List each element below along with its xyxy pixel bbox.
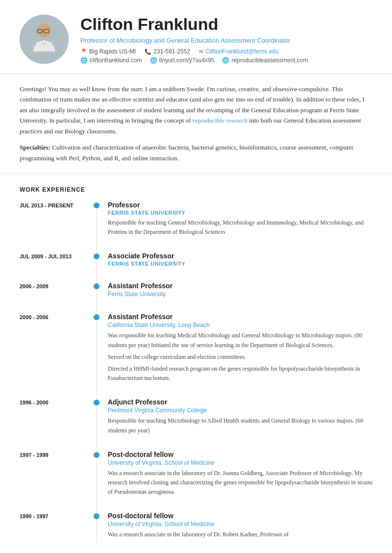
page: Clifton Franklund Professor of Microbiol… xyxy=(0,0,392,553)
reproducible-research-link[interactable]: reproducible research xyxy=(193,117,247,124)
header-info: Clifton Franklund Professor of Microbiol… xyxy=(80,15,372,64)
work-job-title: Post-doctoral fellow xyxy=(108,512,377,520)
work-text: ProfessorFERRIS STATE UNIVERSITYResponsi… xyxy=(108,201,377,239)
work-description: Served on the college curriculum and ele… xyxy=(108,352,377,362)
work-description: Was a research associate in the laborato… xyxy=(108,530,377,539)
globe-icon-1: 🌐 xyxy=(80,57,88,64)
work-description: Responsible for teaching Microbiology to… xyxy=(108,416,377,435)
work-entry: 1996 - 2000Adjunct ProfessorPiedmont Vir… xyxy=(0,398,392,437)
work-date: 1996 - 2000 xyxy=(0,398,93,437)
work-content-wrapper: Adjunct ProfessorPiedmont Virginia Commu… xyxy=(93,398,392,437)
summary-paragraph: Greetings! You may as well know from the… xyxy=(20,84,372,136)
location-icon: 📍 xyxy=(80,49,87,55)
avatar xyxy=(20,15,69,64)
work-dot-col xyxy=(93,451,100,500)
email-text: CliftonFranklund@ferris.edu xyxy=(205,48,279,55)
timeline-line xyxy=(97,451,97,512)
work-description: Responsible for teaching General Microbi… xyxy=(108,218,377,237)
work-employer: University of Virginia, School of Medici… xyxy=(108,459,377,466)
location-item: 📍 Big Rapids US-MI xyxy=(80,48,136,55)
work-date: 1997 - 1999 xyxy=(0,451,93,500)
specialties-label: Specialties: xyxy=(20,144,50,151)
timeline-dot xyxy=(94,513,99,519)
job-title: Professor of Microbiology and General Ed… xyxy=(80,37,372,44)
globe-icon-3: 🌐 xyxy=(222,57,229,64)
work-heading-area: WORK EXPERIENCE xyxy=(0,174,392,193)
website-2-text: tinyurl.com/y7su4x95 xyxy=(159,57,215,64)
work-job-title: Assistant Professor xyxy=(108,313,377,321)
work-job-title: Post-doctoral fellow xyxy=(108,451,377,458)
work-dot-col xyxy=(93,282,100,300)
work-text: Post-doctoral fellowUniversity of Virgin… xyxy=(108,451,377,500)
work-employer: Ferris State University xyxy=(108,291,377,298)
work-content-wrapper: Assistant ProfessorFerris State Universi… xyxy=(93,282,392,300)
work-description: Directed a HHMI-funded research program … xyxy=(108,364,377,383)
work-employer: Piedmont Virginia Community College xyxy=(108,407,377,414)
work-date: 2006 - 2009 xyxy=(0,282,93,300)
work-employer: FERRIS STATE UNIVERSITY xyxy=(108,210,377,216)
location-text: Big Rapids US-MI xyxy=(89,48,136,55)
summary-section: Greetings! You may as well know from the… xyxy=(0,74,392,174)
work-text: Assistant ProfessorCalifornia State Univ… xyxy=(108,313,377,385)
specialties-paragraph: Specialties: Cultivation and characteriz… xyxy=(20,142,372,163)
phone-icon: 📞 xyxy=(145,49,151,55)
work-dot-col xyxy=(93,512,100,542)
timeline-dot xyxy=(94,283,99,289)
work-date: JUL 2009 - JUL 2013 xyxy=(0,252,93,269)
work-description: Was responsible for teaching Medical Mic… xyxy=(108,331,377,350)
work-employer: University of Virginia, School of Medici… xyxy=(108,521,377,528)
work-job-title: Assistant Professor xyxy=(108,282,377,290)
work-date: JUL 2013 - PRESENT xyxy=(0,201,93,239)
work-dot-col xyxy=(93,201,100,239)
website-2[interactable]: 🌐 tinyurl.com/y7su4x95 xyxy=(150,57,215,64)
work-section-heading: WORK EXPERIENCE xyxy=(20,186,392,193)
work-dot-col xyxy=(93,313,100,385)
contact-row: 📍 Big Rapids US-MI 📞 231-591-2552 ✉ Clif… xyxy=(80,48,372,55)
header-section: Clifton Franklund Professor of Microbiol… xyxy=(0,0,392,74)
work-job-title: Adjunct Professor xyxy=(108,398,377,406)
phone-item: 📞 231-591-2552 xyxy=(145,48,190,55)
website-1-text: cliftonfranklund.com xyxy=(90,57,142,64)
website-3[interactable]: 🌐 reproducibleassessment.com xyxy=(222,57,308,64)
work-entries-container: JUL 2013 - PRESENTProfessorFERRIS STATE … xyxy=(0,193,392,542)
svg-point-0 xyxy=(20,15,69,64)
work-date: 1990 - 1997 xyxy=(0,512,93,542)
work-content-wrapper: ProfessorFERRIS STATE UNIVERSITYResponsi… xyxy=(93,201,392,239)
work-content-wrapper: Assistant ProfessorCalifornia State Univ… xyxy=(93,313,392,385)
work-content-wrapper: Associate ProfessorFERRIS STATE UNIVERSI… xyxy=(93,252,392,269)
timeline-dot xyxy=(94,400,99,405)
websites-row: 🌐 cliftonfranklund.com 🌐 tinyurl.com/y7s… xyxy=(80,57,372,64)
work-text: Assistant ProfessorFerris State Universi… xyxy=(108,282,377,300)
specialties-content: Cultivation and characterization of anae… xyxy=(20,144,354,161)
globe-icon-2: 🌐 xyxy=(150,57,157,64)
timeline-dot xyxy=(94,452,99,458)
work-entry: 1997 - 1999Post-doctoral fellowUniversit… xyxy=(0,451,392,500)
work-entry: 1990 - 1997Post-doctoral fellowUniversit… xyxy=(0,512,392,542)
work-entry: JUL 2013 - PRESENTProfessorFERRIS STATE … xyxy=(0,201,392,239)
work-content-wrapper: Post-doctoral fellowUniversity of Virgin… xyxy=(93,512,392,542)
timeline-dot xyxy=(94,202,99,208)
work-text: Associate ProfessorFERRIS STATE UNIVERSI… xyxy=(108,252,377,269)
work-entry: 2000 - 2006Assistant ProfessorCalifornia… xyxy=(0,313,392,385)
website-3-text: reproducibleassessment.com xyxy=(231,57,308,64)
work-text: Adjunct ProfessorPiedmont Virginia Commu… xyxy=(108,398,377,437)
work-job-title: Associate Professor xyxy=(108,252,377,260)
work-text: Post-doctoral fellowUniversity of Virgin… xyxy=(108,512,377,542)
work-employer: FERRIS STATE UNIVERSITY xyxy=(108,261,377,267)
timeline-line xyxy=(97,398,97,450)
work-entry: 2006 - 2009Assistant ProfessorFerris Sta… xyxy=(0,282,392,300)
work-employer: California State University, Long Beach xyxy=(108,322,377,328)
work-description: Was a research associate in the laborato… xyxy=(108,469,377,497)
work-job-title: Professor xyxy=(108,201,377,209)
work-date: 2000 - 2006 xyxy=(0,313,93,385)
work-entries-list: JUL 2013 - PRESENTProfessorFERRIS STATE … xyxy=(0,201,392,542)
timeline-line xyxy=(97,201,97,252)
timeline-dot xyxy=(94,314,99,320)
timeline-dot xyxy=(94,253,99,259)
work-dot-col xyxy=(93,398,100,437)
email-item[interactable]: ✉ CliftonFranklund@ferris.edu xyxy=(199,48,279,55)
person-name: Clifton Franklund xyxy=(80,15,372,34)
timeline-line xyxy=(97,313,97,398)
email-icon: ✉ xyxy=(199,49,203,55)
website-1[interactable]: 🌐 cliftonfranklund.com xyxy=(80,57,142,64)
